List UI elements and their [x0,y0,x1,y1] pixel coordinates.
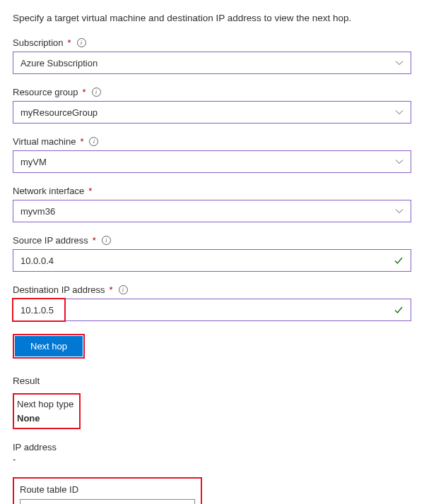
virtual-machine-select[interactable]: myVM [13,150,411,173]
network-interface-value: myvm36 [20,206,55,217]
network-interface-label: Network interface [13,186,84,196]
highlight-box: Next hop [13,334,85,359]
route-table-id-box[interactable]: System Route [20,499,195,504]
field-resource-group: Resource group * i myResourceGroup [13,87,411,124]
required-mark: * [88,186,92,196]
info-icon[interactable]: i [77,38,86,47]
field-virtual-machine: Virtual machine * i myVM [13,136,411,173]
checkmark-icon [394,305,404,315]
subscription-value: Azure Subscription [20,58,98,68]
field-network-interface: Network interface * myvm36 [13,186,411,222]
destination-ip-value: 10.1.0.5 [20,305,54,316]
destination-ip-label: Destination IP address [13,284,105,295]
info-icon[interactable]: i [102,236,111,245]
next-hop-type-label: Next hop type [17,399,73,409]
required-mark: * [83,87,86,97]
field-destination-ip: Destination IP address * i 10.1.0.5 [13,284,411,321]
field-subscription: Subscription * i Azure Subscription [13,37,411,74]
source-ip-value: 10.0.0.4 [20,256,54,266]
checkmark-icon [394,256,404,265]
chevron-down-icon [395,59,404,67]
destination-ip-input[interactable]: 10.1.0.5 [13,299,411,321]
required-mark: * [110,284,113,295]
required-mark: * [80,136,83,147]
resource-group-select[interactable]: myResourceGroup [13,101,411,124]
next-hop-button[interactable]: Next hop [15,336,83,356]
subscription-label: Subscription [13,37,64,48]
result-next-hop-type: Next hop type None [13,393,411,429]
info-icon[interactable]: i [119,285,128,294]
required-mark: * [93,235,96,246]
chevron-down-icon [395,108,404,116]
next-hop-type-value: None [17,413,40,424]
result-heading: Result [13,376,411,386]
result-ip-address: IP address - [13,442,411,464]
source-ip-input[interactable]: 10.0.0.4 [13,249,411,272]
highlight-box: Route table ID System Route [13,477,202,504]
route-table-id-label: Route table ID [20,484,195,495]
ip-address-label: IP address [13,442,411,452]
resource-group-value: myResourceGroup [20,107,98,118]
chevron-down-icon [395,207,404,215]
chevron-down-icon [395,157,404,166]
ip-address-value: - [13,454,411,464]
info-icon[interactable]: i [89,137,98,146]
info-icon[interactable]: i [92,88,101,97]
subscription-select[interactable]: Azure Subscription [13,52,411,74]
resource-group-label: Resource group [13,87,78,97]
required-mark: * [68,37,71,48]
source-ip-label: Source IP address [13,235,88,246]
virtual-machine-label: Virtual machine [13,136,76,147]
field-source-ip: Source IP address * i 10.0.0.4 [13,235,411,272]
highlight-box: Next hop type None [13,393,81,429]
virtual-machine-value: myVM [20,157,47,167]
network-interface-select[interactable]: myvm36 [13,200,411,222]
button-row: Next hop [13,334,411,359]
intro-text: Specify a target virtual machine and des… [13,13,411,23]
